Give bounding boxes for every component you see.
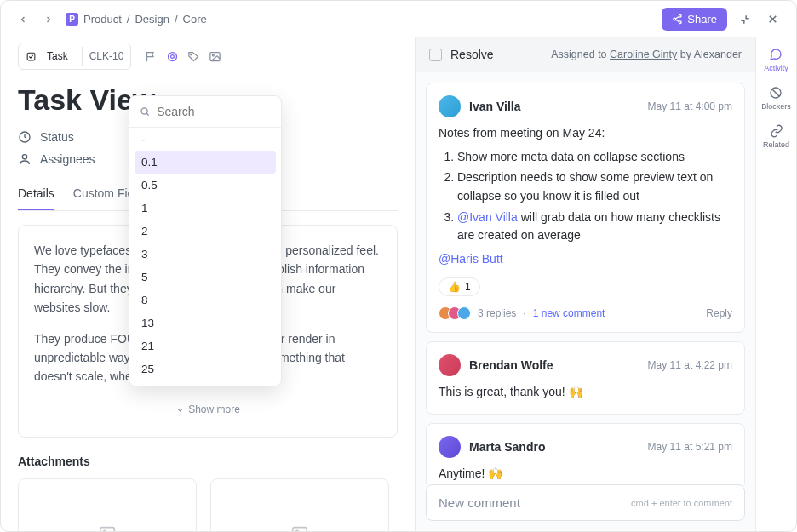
project-badge: P: [66, 13, 78, 26]
breadcrumb-item[interactable]: Design: [135, 13, 169, 26]
comment: Brendan Wolfe May 11 at 4:22 pm This is …: [426, 341, 745, 415]
dropdown-item[interactable]: 21: [129, 335, 281, 358]
svg-line-4: [676, 16, 679, 19]
svg-point-18: [295, 530, 298, 531]
comment-time: May 11 at 5:21 pm: [648, 441, 732, 453]
svg-line-3: [676, 20, 679, 22]
comment-list-item: @Ivan Villa will grab data on how many c…: [457, 209, 732, 245]
dropdown-item[interactable]: 3: [129, 243, 281, 266]
svg-point-8: [169, 52, 177, 60]
flag-icon[interactable]: [145, 50, 158, 63]
svg-rect-7: [27, 53, 35, 60]
dropdown-item[interactable]: 5: [129, 266, 281, 289]
comment-author: Ivan Villa: [469, 100, 520, 113]
svg-point-9: [171, 54, 175, 58]
reply-button[interactable]: Reply: [706, 307, 732, 319]
svg-point-16: [103, 530, 106, 531]
svg-point-12: [213, 54, 215, 56]
resolve-label[interactable]: Resolve: [450, 48, 494, 61]
sidebar-related[interactable]: Related: [763, 124, 789, 149]
task-toolbar: Task CLK-10: [18, 37, 398, 75]
breadcrumb-item[interactable]: Core: [183, 13, 207, 26]
resolve-bar: Resolve Assigned to Caroline Ginty by Al…: [416, 37, 755, 72]
replies-count[interactable]: 3 replies: [478, 307, 516, 319]
attachments-row: [18, 478, 398, 531]
avatar: [439, 436, 461, 458]
breadcrumb-item[interactable]: Product: [83, 13, 122, 26]
sidebar-activity[interactable]: Activity: [764, 48, 788, 72]
show-more-button[interactable]: Show more: [34, 398, 381, 421]
task-id: CLK-10: [82, 47, 131, 66]
share-label: Share: [687, 13, 717, 26]
svg-point-19: [141, 108, 147, 114]
comment-author: Brendan Wolfe: [469, 358, 553, 372]
attachment-placeholder[interactable]: [210, 478, 389, 531]
topbar: P Product / Design / Core Share: [1, 1, 796, 37]
tag-icon[interactable]: [187, 50, 200, 63]
close-icon[interactable]: [763, 9, 783, 29]
image-icon[interactable]: [209, 50, 221, 63]
breadcrumb[interactable]: P Product / Design / Core: [66, 13, 207, 26]
comment-text: Anytime! 🙌: [439, 465, 732, 483]
dropdown-item[interactable]: 25: [129, 358, 281, 380]
reaction-button[interactable]: 👍 1: [439, 277, 480, 296]
comment-text: This is great, thank you! 🙌: [439, 383, 732, 402]
comment-time: May 11 at 4:00 pm: [648, 100, 732, 112]
mention-link[interactable]: @Haris Butt: [439, 252, 503, 266]
assigned-to: Assigned to Caroline Ginty by Alexander: [551, 49, 742, 60]
assignee-link[interactable]: Caroline Ginty: [610, 49, 677, 60]
comment-list-item: Show more meta data on collapse sections: [457, 148, 732, 167]
dropdown-item[interactable]: 0.5: [129, 174, 281, 197]
dropdown-item[interactable]: 13: [129, 312, 281, 335]
sidebar-blockers[interactable]: Blockers: [761, 86, 791, 111]
composer-placeholder: New comment: [439, 495, 631, 510]
dropdown-search-input[interactable]: [157, 105, 271, 118]
new-comment-count[interactable]: 1 new comment: [533, 307, 605, 319]
assignees-label: Assignees: [40, 152, 95, 166]
comment-author: Marta Sandro: [469, 440, 545, 454]
status-label: Status: [40, 130, 74, 144]
right-sidebar: Activity Blockers Related: [755, 37, 796, 531]
nav-back-icon[interactable]: [14, 11, 32, 28]
svg-rect-17: [293, 528, 307, 531]
comment: Ivan Villa May 11 at 4:00 pm Notes from …: [426, 83, 745, 333]
nav-forward-icon[interactable]: [40, 11, 57, 28]
svg-point-10: [191, 54, 192, 55]
comment: Marta Sandro May 11 at 5:21 pm Anytime! …: [426, 423, 745, 485]
activity-panel: Resolve Assigned to Caroline Ginty by Al…: [415, 37, 755, 531]
attachments-heading: Attachments: [18, 455, 398, 468]
share-button[interactable]: Share: [662, 8, 727, 31]
svg-rect-15: [100, 528, 115, 531]
task-pill[interactable]: Task CLK-10: [18, 43, 131, 70]
comment-time: May 11 at 4:22 pm: [648, 359, 732, 371]
dropdown-item[interactable]: -: [129, 128, 281, 151]
minimize-icon[interactable]: [736, 10, 754, 29]
dropdown-item[interactable]: 2: [129, 220, 281, 243]
dropdown-item[interactable]: 8: [129, 289, 281, 312]
avatar: [439, 354, 461, 376]
comments-list: Ivan Villa May 11 at 4:00 pm Notes from …: [416, 72, 755, 484]
resolve-checkbox[interactable]: [429, 49, 442, 61]
comment-intro: Notes from meeting on May 24:: [439, 124, 732, 143]
tab-details[interactable]: Details: [18, 178, 54, 210]
svg-line-20: [146, 113, 149, 116]
estimate-dropdown[interactable]: - 0.1 0.5 1 2 3 5 8 13 21 25: [129, 95, 282, 386]
mention-link[interactable]: @Ivan Villa: [457, 210, 518, 224]
svg-point-14: [22, 155, 26, 159]
dropdown-item-selected[interactable]: 0.1: [135, 151, 276, 174]
dropdown-item[interactable]: 1: [129, 197, 281, 220]
comment-composer[interactable]: New comment cmd + enter to comment: [426, 484, 745, 521]
composer-hint: cmd + enter to comment: [631, 498, 732, 508]
svg-line-22: [772, 89, 779, 96]
search-icon: [140, 106, 150, 117]
attachment-placeholder[interactable]: [18, 478, 197, 531]
estimate-icon[interactable]: [166, 50, 179, 63]
main-panel: Task CLK-10 Task View Status Assignees D…: [1, 37, 415, 531]
comment-list-item: Description needs to show some preview t…: [457, 169, 732, 205]
reply-avatars: [439, 306, 471, 320]
avatar: [439, 95, 461, 117]
